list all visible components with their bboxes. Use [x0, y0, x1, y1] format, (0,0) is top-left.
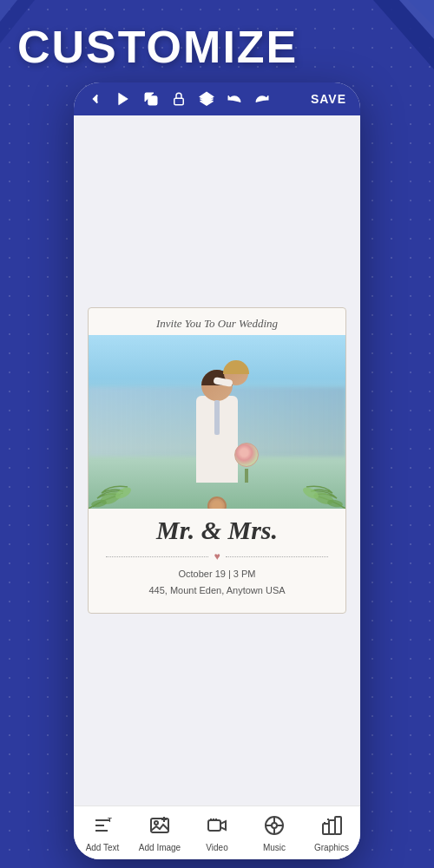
card-area: Invite You To Our Wedding — [74, 115, 360, 806]
svg-rect-6 — [148, 96, 157, 105]
nav-music-label: Music — [263, 843, 286, 852]
card-names: Mr. & Mrs. — [139, 509, 295, 547]
corner-decoration — [356, 0, 434, 69]
wedding-card: Invite You To Our Wedding — [88, 307, 346, 613]
nav-add-image[interactable]: Add Image — [134, 815, 186, 852]
nav-add-image-label: Add Image — [139, 843, 181, 852]
nav-graphics[interactable]: Graphics — [306, 815, 358, 852]
svg-rect-34 — [329, 820, 335, 834]
nav-add-text-label: Add Text — [86, 843, 120, 852]
lock-button[interactable] — [171, 91, 187, 107]
add-text-icon: T — [92, 815, 113, 839]
phone-mockup: SAVE Invite You To Our Wedding — [74, 82, 360, 859]
svg-point-28 — [272, 823, 277, 828]
nav-add-text[interactable]: T Add Text — [76, 815, 128, 852]
svg-point-14 — [326, 499, 343, 509]
leaves-left — [89, 483, 149, 509]
add-image-icon — [149, 815, 170, 839]
copy-button[interactable] — [143, 91, 159, 107]
svg-rect-19 — [151, 819, 168, 832]
video-icon — [207, 815, 227, 839]
undo-button[interactable] — [227, 91, 242, 107]
card-photo — [89, 335, 345, 509]
svg-rect-33 — [323, 824, 329, 834]
card-header: Invite You To Our Wedding — [148, 308, 286, 335]
svg-rect-35 — [335, 817, 341, 834]
svg-rect-7 — [174, 98, 184, 105]
layers-button[interactable] — [199, 91, 214, 107]
svg-text:T: T — [108, 816, 112, 824]
dot-line-left — [106, 556, 208, 557]
redo-button[interactable] — [254, 91, 270, 107]
svg-marker-5 — [119, 93, 128, 105]
back-button[interactable] — [88, 91, 103, 107]
date-line2: 445, Mount Eden, Anytown USA — [148, 582, 285, 599]
bottom-navigation: T Add Text Add Image — [74, 806, 360, 859]
leaves-right — [285, 483, 345, 509]
svg-point-20 — [155, 821, 158, 825]
music-icon — [264, 815, 285, 839]
main-content: CUSTOMIZE — [0, 0, 434, 868]
play-button[interactable] — [115, 91, 131, 107]
left-decoration — [0, 0, 52, 61]
dot-line-right — [226, 556, 328, 557]
nav-video[interactable]: Video — [191, 815, 243, 852]
editor-toolbar: SAVE — [74, 82, 360, 115]
save-button[interactable]: SAVE — [311, 92, 346, 106]
nav-graphics-label: Graphics — [314, 843, 349, 852]
date-line1: October 19 | 3 PM — [148, 566, 285, 582]
nav-music[interactable]: Music — [248, 815, 300, 852]
nav-video-label: Video — [206, 843, 227, 852]
graphics-icon — [321, 815, 342, 839]
card-date: October 19 | 3 PM 445, Mount Eden, Anyto… — [148, 566, 285, 598]
dotted-divider: ♥ — [89, 550, 345, 562]
couple-names: Mr. & Mrs. — [156, 516, 278, 545]
heart-icon: ♥ — [214, 550, 220, 562]
svg-rect-23 — [208, 820, 220, 831]
